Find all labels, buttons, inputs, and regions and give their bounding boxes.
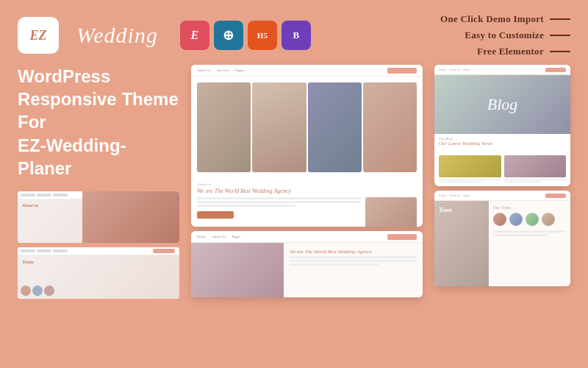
second-screen-right: We are The World Best Wedding Agency xyxy=(284,243,423,297)
about-lines xyxy=(197,197,361,207)
feature-line-elementor xyxy=(550,51,570,52)
feature-item-elementor: Free Elementor xyxy=(477,46,570,57)
team-right-title: Our Team xyxy=(493,205,566,210)
team-avatars-grid xyxy=(493,213,566,226)
team-line-1 xyxy=(493,230,566,233)
blog-title: Blog xyxy=(487,95,518,114)
hero-image-2 xyxy=(252,82,306,172)
team-right: Our Team xyxy=(489,201,570,286)
team-avatar-1 xyxy=(493,213,506,226)
mini-avatar-1 xyxy=(21,286,31,296)
features-list: One Click Demo Import Easy to Customize … xyxy=(440,13,570,57)
blog-post-lines-2 xyxy=(504,179,567,183)
team-screenshot: Home About Us Pages Team Our Team xyxy=(434,191,570,286)
blog-line-3 xyxy=(504,179,567,180)
about-subheading: We are The World Best Wedding Agency xyxy=(197,188,417,194)
mini-nav-dot-t3 xyxy=(53,250,68,252)
main-screenshot: About Us Services Pages About Us We are xyxy=(191,65,423,227)
blog-nav-about: About Us xyxy=(449,68,460,71)
mini-nav-dot-3 xyxy=(53,194,68,197)
headline-line3: EZ-Wedding-Planer xyxy=(18,135,126,178)
feature-line-customize xyxy=(550,35,570,36)
blog-line-4 xyxy=(504,181,542,183)
header: EZ Wedding E ⊕ H5 B One Click Demo Impor… xyxy=(0,0,588,65)
mini-screen-about-inner: About us xyxy=(18,191,179,243)
team-text: Team xyxy=(439,207,452,213)
blog-nav-home: Home xyxy=(439,68,446,71)
blog-nav: Home About Us Pages xyxy=(434,65,570,75)
hero-image-3 xyxy=(308,82,362,172)
blog-nav-pages: Pages xyxy=(463,68,470,71)
mini-logo-team xyxy=(153,249,175,253)
content-area: WordPress Responsive Theme For EZ-Weddin… xyxy=(0,65,588,368)
headline-line1: WordPress xyxy=(18,66,110,86)
blog-screenshot: Home About Us Pages Blog Our Blog Our La… xyxy=(434,65,570,186)
blog-posts xyxy=(434,151,570,186)
second-right-line-3 xyxy=(290,263,379,266)
blog-post-image-2 xyxy=(504,155,567,177)
mini-avatar-3 xyxy=(44,286,54,296)
blog-line-2 xyxy=(439,181,482,183)
second-nav-item-2: About Us xyxy=(212,235,226,238)
logo-box: EZ xyxy=(18,17,59,54)
feature-text-customize: Easy to Customize xyxy=(465,29,544,41)
second-right-line-1 xyxy=(290,256,417,258)
mini-nav-dot-1 xyxy=(21,194,35,197)
about-line-2 xyxy=(197,201,361,203)
team-line-2 xyxy=(493,234,548,236)
elementor-icon[interactable]: E xyxy=(180,21,209,50)
about-heading: About Us xyxy=(197,183,417,186)
team-logo-small xyxy=(545,194,566,198)
right-panel: Home About Us Pages Blog Our Blog Our La… xyxy=(434,65,570,286)
second-right-headline: We are The World Best Wedding Agency xyxy=(290,249,417,255)
blog-logo-small xyxy=(545,68,566,72)
mini-screen-about: About us xyxy=(18,191,179,243)
about-row xyxy=(197,197,417,227)
blog-section-subheading: Our Latest Wedding News xyxy=(439,141,566,146)
second-screen-left: About us xyxy=(191,243,284,297)
second-right-line-2 xyxy=(290,260,417,262)
center-panel: About Us Services Pages About Us We are xyxy=(191,65,423,297)
mini-avatar-2 xyxy=(32,286,43,296)
brand-name: Wedding xyxy=(76,23,158,48)
team-nav-pages: Pages xyxy=(463,194,470,197)
feature-text-elementor: Free Elementor xyxy=(477,46,544,57)
mini-screenshots: About us Team xyxy=(18,191,179,299)
second-screen-content: About us We are The World Best Wedding A… xyxy=(191,243,423,297)
second-screenshot: Home About Us Pages About us We are The … xyxy=(191,231,423,297)
team-avatar-3 xyxy=(526,213,539,226)
blog-hero: Blog xyxy=(434,75,570,134)
mini-nav-dot-t2 xyxy=(37,250,51,252)
blog-post-2 xyxy=(504,155,567,183)
second-nav-item-1: Home xyxy=(197,235,206,238)
html5-icon[interactable]: H5 xyxy=(248,21,277,50)
mini-screen-team: Team xyxy=(18,247,179,299)
team-content: Team Our Team xyxy=(434,201,570,286)
second-nav-item-3: Pages xyxy=(232,235,241,238)
mini-couple-image xyxy=(82,191,179,243)
team-left: Team xyxy=(434,201,489,286)
screen-logo-bar xyxy=(387,68,417,74)
team-avatar-4 xyxy=(542,213,555,226)
below-hero: About Us We are The World Best Wedding A… xyxy=(191,178,423,227)
hero-image-4 xyxy=(363,82,417,172)
about-text-block xyxy=(197,197,361,219)
feature-line-demo xyxy=(550,18,570,20)
wordpress-icon[interactable]: ⊕ xyxy=(214,21,243,50)
screen-nav-pages: Pages xyxy=(235,68,244,72)
wordpress-label: ⊕ xyxy=(223,27,234,43)
mini-nav-dot-t1 xyxy=(21,250,35,252)
mini-nav-dot-2 xyxy=(37,194,51,197)
team-avatar-2 xyxy=(509,213,523,226)
blog-post-1 xyxy=(439,155,501,183)
second-screen-nav: Home About Us Pages xyxy=(191,231,423,243)
tech-icons: E ⊕ H5 B xyxy=(180,21,311,50)
hero-image-1 xyxy=(197,82,251,172)
logo-text: EZ xyxy=(29,28,46,43)
blog-line-1 xyxy=(439,179,501,180)
about-btn[interactable] xyxy=(197,211,234,219)
bootstrap-icon[interactable]: B xyxy=(282,21,311,50)
team-nav-home: Home xyxy=(439,194,446,197)
team-nav-about: About Us xyxy=(449,194,460,197)
blog-post-lines-1 xyxy=(439,179,501,183)
